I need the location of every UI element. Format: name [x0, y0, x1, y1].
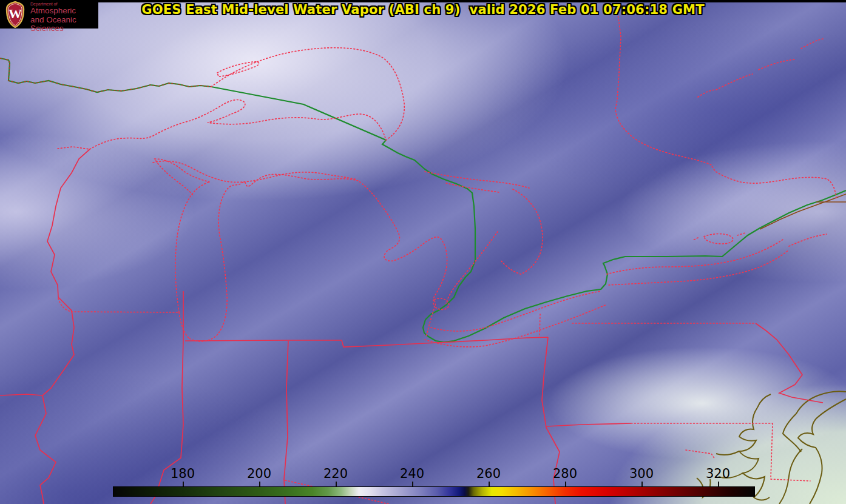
- page-title: GOES East Mid-level Water Vapor (ABI ch …: [141, 2, 704, 17]
- logo-line1: Atmospheric: [30, 7, 98, 15]
- us-canada-border-line: [0, 58, 846, 342]
- atlantic-coastline: [783, 391, 846, 504]
- logo-monogram: W: [8, 6, 22, 21]
- lake-superior-shoreline: [58, 48, 404, 149]
- uw-crest-icon: W: [4, 1, 26, 28]
- uw-logo: W Department of Atmospheric and Oceanic …: [0, 0, 98, 29]
- logo-department: Department of: [30, 2, 98, 6]
- michigan-lower-peninsula-shoreline: [189, 174, 447, 341]
- eastern-state-borders-dotted: [58, 298, 810, 504]
- logo-text: Department of Atmospheric and Oceanic Sc…: [30, 2, 98, 33]
- boundary-waters-shoreline: [0, 58, 211, 92]
- chesapeake-bay-coastline: [697, 394, 802, 504]
- logo-line2: and Oceanic Sciences: [30, 16, 98, 33]
- satellite-image: GOES East Mid-level Water Vapor (ABI ch …: [0, 0, 846, 504]
- lake-ontario-shoreline: [607, 233, 827, 285]
- st-lawrence-coastline: [760, 194, 846, 229]
- map-borders-overlay: [0, 0, 846, 504]
- state-borders-solid: [0, 149, 823, 504]
- ottawa-river-quebec-border: [615, 0, 836, 198]
